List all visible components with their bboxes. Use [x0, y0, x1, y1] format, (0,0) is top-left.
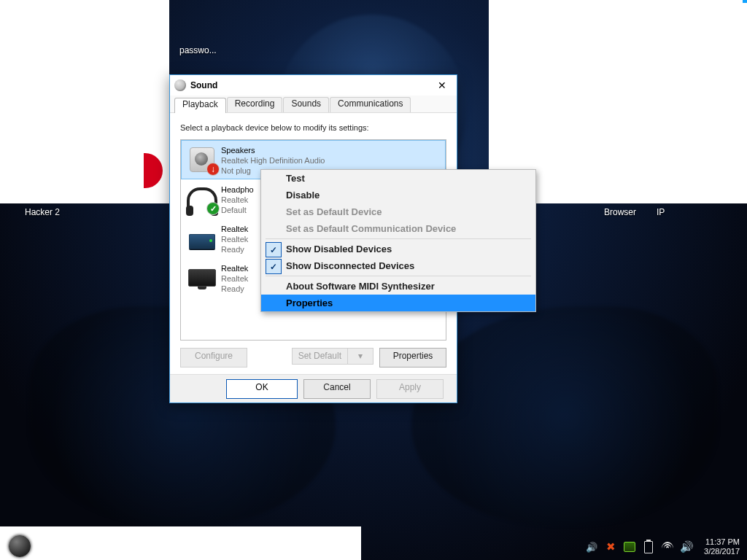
clock-time: 11:37 PM — [704, 537, 740, 547]
tab-strip: Playback Recording Sounds Communications — [170, 96, 457, 113]
device-name: Speakers — [221, 145, 325, 155]
monitor-icon — [186, 263, 218, 292]
wallpaper-shape — [411, 306, 718, 525]
tab-playback[interactable]: Playback — [174, 98, 226, 113]
device-name: Realtek — [221, 263, 248, 273]
ctx-disable[interactable]: Disable — [261, 187, 535, 203]
tab-communications[interactable]: Communications — [330, 97, 411, 112]
desktop-icon-ip[interactable]: IP — [657, 207, 665, 217]
desktop-icon-fragment — [144, 153, 169, 188]
desktop: st ier / ps ra passwo... Hacker 2 Browse… — [0, 0, 747, 560]
tray-battery-icon[interactable] — [643, 541, 654, 553]
titlebar[interactable]: Sound ✕ — [170, 75, 457, 96]
desktop-label-fragment: ra — [142, 192, 166, 203]
start-button[interactable] — [9, 535, 31, 557]
tray-app-icon[interactable]: ✖ — [605, 541, 616, 553]
ctx-test[interactable]: Test — [261, 170, 535, 187]
desktop-icon-hacker2[interactable]: Hacker 2 — [25, 207, 60, 217]
status-ok-icon: ✓ — [206, 202, 220, 215]
device-status: Default — [221, 205, 254, 215]
ctx-set-default[interactable]: Set as Default Device — [261, 203, 535, 220]
device-button-row: Configure Set Default ▾ Properties — [180, 348, 446, 368]
chevron-down-icon[interactable]: ▾ — [347, 349, 373, 364]
device-status: Ready — [221, 244, 248, 254]
accent-strip — [743, 0, 747, 3]
device-subtitle: Realtek High Definition Audio — [221, 155, 325, 166]
ctx-set-default-comm[interactable]: Set as Default Communication Device — [261, 220, 535, 237]
desktop-label-fragment: / — [142, 121, 166, 136]
instruction-text: Select a playback device below to modify… — [180, 123, 446, 132]
system-tray: 🔊 ✖ 🔊 11:37 PM 3/28/2017 — [577, 534, 747, 560]
device-subtitle: Realtek — [221, 273, 248, 284]
clock-date: 3/28/2017 — [704, 547, 740, 556]
device-name: Headpho — [221, 184, 254, 195]
tray-nvidia-icon[interactable] — [624, 541, 635, 553]
desktop-icon-browser[interactable]: Browser — [604, 207, 636, 217]
tab-sounds[interactable]: Sounds — [283, 97, 329, 112]
tray-wifi-icon[interactable] — [662, 541, 673, 553]
device-subtitle: Realtek — [221, 195, 254, 205]
cancel-button[interactable]: Cancel — [303, 379, 371, 399]
ctx-label: Show Disconnected Devices — [286, 260, 414, 271]
check-icon: ✓ — [266, 259, 282, 274]
set-default-button[interactable]: Set Default ▾ — [292, 348, 374, 365]
apply-button[interactable]: Apply — [376, 379, 444, 399]
ctx-show-disconnected[interactable]: ✓ Show Disconnected Devices — [261, 257, 535, 274]
desktop-label-fragment: ier — [142, 57, 166, 67]
device-name: Realtek — [221, 224, 248, 234]
set-default-label: Set Default — [293, 350, 347, 362]
desktop-label-fragment: ps — [142, 136, 166, 146]
configure-button[interactable]: Configure — [180, 348, 247, 368]
status-down-icon: ↓ — [206, 163, 220, 176]
device-subtitle: Realtek — [221, 234, 248, 244]
headphones-icon: ✓ — [186, 184, 218, 214]
dialog-footer: OK Cancel Apply — [170, 374, 457, 402]
ctx-properties[interactable]: Properties — [261, 295, 535, 311]
ok-button[interactable]: OK — [226, 379, 298, 399]
device-properties-button[interactable]: Properties — [379, 348, 446, 368]
tray-volume-icon[interactable]: 🔊 — [681, 541, 692, 553]
redacted-region — [0, 526, 361, 560]
tray-volume-warning-icon[interactable]: 🔊 — [586, 541, 597, 553]
ctx-separator — [266, 276, 531, 276]
tab-recording[interactable]: Recording — [227, 97, 283, 112]
speaker-icon: ↓ — [186, 145, 218, 174]
sound-icon — [174, 79, 186, 91]
context-menu: Test Disable Set as Default Device Set a… — [260, 169, 536, 312]
ctx-show-disabled[interactable]: ✓ Show Disabled Devices — [261, 241, 535, 257]
receiver-icon — [186, 224, 218, 253]
ctx-label: Show Disabled Devices — [286, 244, 392, 254]
check-icon: ✓ — [266, 242, 282, 257]
desktop-label-password[interactable]: passwo... — [179, 45, 217, 55]
device-status: Ready — [221, 284, 248, 294]
close-icon[interactable]: ✕ — [432, 79, 452, 91]
ctx-separator — [266, 238, 531, 239]
dialog-title: Sound — [190, 80, 217, 90]
desktop-label-fragment: st — [142, 45, 166, 55]
tray-clock[interactable]: 11:37 PM 3/28/2017 — [704, 537, 740, 556]
ctx-about-midi[interactable]: About Software MIDI Synthesizer — [261, 278, 535, 295]
